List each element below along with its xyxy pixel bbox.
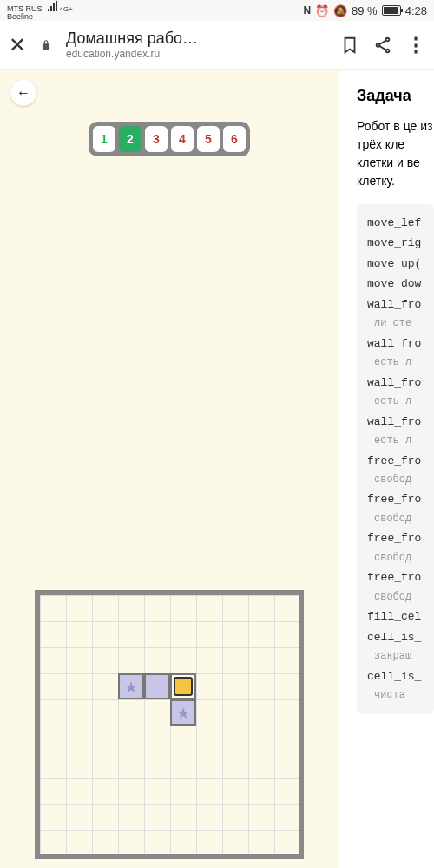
battery-icon	[382, 5, 401, 16]
signal-icon	[48, 1, 57, 11]
status-time: 4:28	[405, 4, 427, 17]
robot	[170, 673, 196, 699]
task-desc: Робот в це из трёх кле клетки и ве клетк…	[357, 117, 434, 190]
target-cell	[170, 699, 196, 726]
canvas-area: ← 1 2 3 4 5 6	[0, 70, 339, 868]
nfc-icon: N	[303, 4, 311, 17]
browser-bar: ✕ Домашняя рабо… education.yandex.ru ⋮	[0, 21, 434, 70]
tab-3[interactable]: 3	[145, 126, 168, 152]
side-panel: Задача Робот в це из трёх кле клетки и в…	[339, 70, 434, 868]
lock-icon	[40, 39, 52, 51]
target-cell	[118, 673, 144, 699]
content: ← 1 2 3 4 5 6 Задача Робот в це из трёх …	[0, 70, 434, 868]
status-right: N ⏰ 🔕 89 % 4:28	[303, 4, 427, 17]
tab-2[interactable]: 2	[119, 126, 141, 152]
grid-inner	[40, 595, 299, 854]
task-title: Задача	[357, 87, 434, 105]
status-carriers: MTS RUS 4G+ Beeline	[7, 1, 73, 21]
code-reference: move_lefmove_rigmove_up(move_dowwall_fro…	[357, 204, 434, 714]
tab-1[interactable]: 1	[93, 126, 115, 152]
more-menu-icon[interactable]: ⋮	[406, 36, 425, 55]
svg-point-1	[377, 43, 380, 47]
status-bar: MTS RUS 4G+ Beeline N ⏰ 🔕 89 % 4:28	[0, 0, 434, 21]
path-cell	[144, 673, 170, 699]
tab-6[interactable]: 6	[223, 126, 246, 152]
svg-point-2	[386, 49, 390, 52]
tab-5[interactable]: 5	[197, 126, 220, 152]
share-icon[interactable]	[373, 36, 392, 55]
robot-grid	[35, 590, 304, 859]
tab-4[interactable]: 4	[171, 126, 194, 152]
page-url: education.yandex.ru	[66, 48, 326, 60]
url-block[interactable]: Домашняя рабо… education.yandex.ru	[66, 30, 326, 61]
back-button[interactable]: ←	[10, 80, 36, 106]
silent-icon: 🔕	[333, 4, 347, 17]
close-button[interactable]: ✕	[9, 33, 26, 57]
battery-pct: 89 %	[352, 4, 378, 17]
bookmark-icon[interactable]	[340, 36, 359, 55]
page-title: Домашняя рабо…	[66, 30, 326, 49]
task-tabs: 1 2 3 4 5 6	[89, 122, 250, 156]
alarm-icon: ⏰	[315, 4, 329, 17]
svg-point-0	[386, 37, 390, 41]
